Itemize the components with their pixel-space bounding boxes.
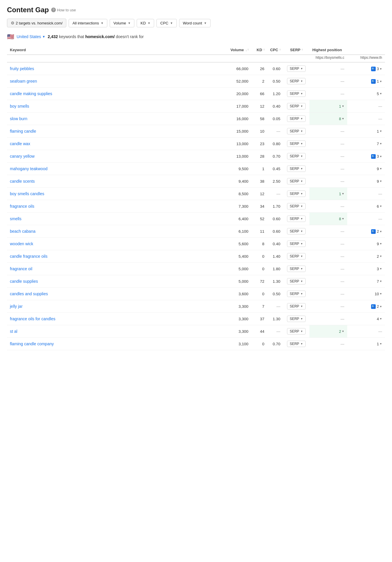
cpc-cell: 0.45 — [267, 163, 283, 175]
serp-button[interactable]: SERP ▼ — [287, 266, 306, 272]
dash: — — [378, 104, 382, 109]
keyword-link[interactable]: jelly jar — [10, 304, 23, 309]
chevron-down-icon: ▼ — [300, 180, 303, 183]
site2-position-cell: 10 ▼ — [347, 288, 385, 300]
kd-cell: 26 — [251, 62, 267, 75]
site-icon: 🔍 — [371, 79, 376, 84]
serp-button[interactable]: SERP ▼ — [287, 103, 306, 109]
keyword-link[interactable]: fruity pebbles — [10, 66, 34, 71]
chevron-down-icon: ▼ — [342, 117, 344, 120]
serp-button[interactable]: SERP ▼ — [287, 253, 306, 259]
keyword-link[interactable]: fragrance oils — [10, 204, 34, 209]
site1-position-cell: — — [309, 250, 347, 263]
serp-button[interactable]: SERP ▼ — [287, 140, 306, 147]
wordcount-button[interactable]: Word count ▼ — [179, 19, 211, 27]
keyword-link[interactable]: canary yellow — [10, 154, 35, 159]
serp-cell: SERP ▼ — [283, 88, 309, 100]
serp-button[interactable]: SERP ▼ — [287, 291, 306, 297]
serp-button[interactable]: SERP ▼ — [287, 328, 306, 335]
keyword-link[interactable]: wooden wick — [10, 241, 33, 246]
keyword-link[interactable]: slow burn — [10, 116, 27, 121]
dash: — — [341, 229, 344, 234]
th-serp[interactable]: SERP ⁱ — [283, 45, 309, 55]
volume-cell: 20,000 — [225, 88, 251, 100]
kd-button[interactable]: KD ▼ — [137, 19, 154, 27]
th-site2: https://www.th — [347, 55, 385, 62]
serp-cell: SERP ▼ — [283, 300, 309, 313]
keyword-cell: canary yellow — [7, 150, 225, 163]
chevron-down-icon: ▼ — [147, 22, 150, 25]
th-volume[interactable]: Volume ↓ ⁱ — [225, 45, 251, 55]
keyword-link[interactable]: boy smells — [10, 104, 29, 109]
serp-button[interactable]: SERP ▼ — [287, 203, 306, 209]
serp-button[interactable]: SERP ▼ — [287, 216, 306, 222]
volume-cell: 13,000 — [225, 138, 251, 150]
cpc-button[interactable]: CPC ▼ — [156, 19, 177, 27]
serp-button[interactable]: SERP ▼ — [287, 241, 306, 247]
keyword-link[interactable]: candle fragrance oils — [10, 254, 47, 259]
th-cpc[interactable]: CPC ⁱ — [267, 45, 283, 55]
cpc-cell: 1.40 — [267, 250, 283, 263]
keyword-link[interactable]: candle making supplies — [10, 91, 52, 96]
site1-position-cell: 2 ▼ — [309, 325, 347, 338]
cpc-cell: 0.40 — [267, 238, 283, 250]
serp-cell: SERP ▼ — [283, 138, 309, 150]
volume-cell: 52,000 — [225, 75, 251, 88]
serp-button[interactable]: SERP ▼ — [287, 166, 306, 172]
keyword-link[interactable]: boy smells candles — [10, 191, 44, 196]
keyword-cell: smells — [7, 213, 225, 225]
serp-button[interactable]: SERP ▼ — [287, 128, 306, 134]
serp-button[interactable]: SERP ▼ — [287, 191, 306, 197]
site-icon: 🔍 — [371, 67, 376, 71]
keyword-link[interactable]: candle scents — [10, 179, 35, 184]
th-kd[interactable]: KD ⁱ — [251, 45, 267, 55]
site-icon: 🔍 — [371, 229, 376, 234]
kd-cell: 44 — [251, 325, 267, 338]
keyword-link[interactable]: candles and supplies — [10, 291, 48, 296]
subtitle-count: 2,432 keywords that homesick.com/ doesn'… — [48, 34, 144, 39]
volume-cell: 5,000 — [225, 263, 251, 275]
serp-cell: SERP ▼ — [283, 100, 309, 113]
keyword-cell: seafoam green — [7, 75, 225, 88]
serp-button[interactable]: SERP ▼ — [287, 341, 306, 347]
keyword-link[interactable]: candle wax — [10, 141, 30, 146]
volume-button[interactable]: Volume ▼ — [110, 19, 134, 27]
keyword-link[interactable]: seafoam green — [10, 79, 37, 83]
serp-button[interactable]: SERP ▼ — [287, 316, 306, 322]
site2-position-cell: 3 ▼ — [347, 263, 385, 275]
cpc-label: CPC — [160, 21, 168, 25]
keyword-link[interactable]: st al — [10, 329, 17, 334]
serp-button[interactable]: SERP ▼ — [287, 65, 306, 72]
kd-cell: 8 — [251, 238, 267, 250]
targets-button[interactable]: ⚙ 2 targets vs. homesick.com/ — [7, 19, 66, 27]
how-to-use-link[interactable]: ? How to use — [51, 8, 76, 12]
keyword-link[interactable]: smells — [10, 216, 22, 221]
keyword-link[interactable]: fragrance oil — [10, 266, 32, 271]
serp-button[interactable]: SERP ▼ — [287, 115, 306, 122]
serp-button[interactable]: SERP ▼ — [287, 303, 306, 310]
chevron-down-icon: ▼ — [379, 292, 382, 295]
serp-button[interactable]: SERP ▼ — [287, 78, 306, 84]
dash: — — [378, 117, 382, 121]
keyword-link[interactable]: fragrance oils for candles — [10, 316, 55, 321]
site1-position-cell: — — [309, 62, 347, 75]
keyword-link[interactable]: mahogany teakwood — [10, 166, 47, 171]
serp-button[interactable]: SERP ▼ — [287, 178, 306, 184]
site2-position-cell: 🔍3 ▼ — [347, 150, 385, 163]
serp-cell: SERP ▼ — [283, 125, 309, 138]
keyword-link[interactable]: candle supplies — [10, 279, 38, 284]
chevron-down-icon: ▼ — [379, 142, 382, 145]
volume-cell: 5,000 — [225, 275, 251, 288]
cpc-cell: 0.70 — [267, 150, 283, 163]
site1-position-cell: — — [309, 313, 347, 325]
serp-cell: SERP ▼ — [283, 150, 309, 163]
serp-button[interactable]: SERP ▼ — [287, 278, 306, 284]
intersections-button[interactable]: All intersections ▼ — [69, 19, 107, 27]
serp-button[interactable]: SERP ▼ — [287, 228, 306, 234]
serp-button[interactable]: SERP ▼ — [287, 153, 306, 159]
country-button[interactable]: United States ▼ — [17, 34, 45, 39]
keyword-link[interactable]: beach cabana — [10, 229, 35, 234]
keyword-link[interactable]: flaming candle company — [10, 342, 54, 346]
serp-button[interactable]: SERP ▼ — [287, 90, 306, 97]
keyword-link[interactable]: flaming candle — [10, 129, 36, 134]
